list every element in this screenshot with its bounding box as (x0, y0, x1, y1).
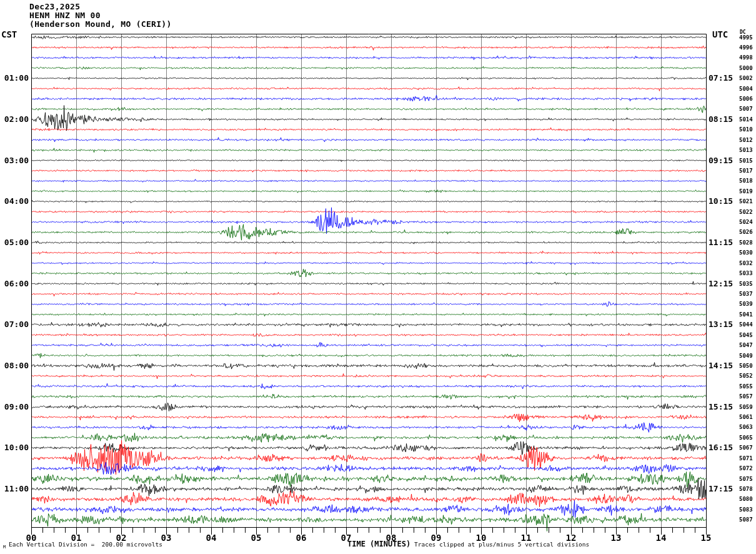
utc-hour-label: 16:15 (709, 443, 733, 451)
dc-value: 5057 (739, 394, 753, 400)
utc-hour-label: 12:15 (709, 280, 733, 288)
dc-value: 4995 (739, 35, 753, 41)
dc-value: 5080 (739, 496, 753, 502)
dc-value: 5018 (739, 178, 753, 184)
dc-value: 5059 (739, 405, 753, 410)
utc-hour-label: 14:15 (709, 361, 733, 370)
dc-value: 5021 (739, 199, 753, 204)
dc-value: 5075 (739, 476, 753, 482)
dc-value: 5035 (739, 281, 753, 287)
dc-value: 5015 (739, 158, 753, 164)
dc-value: 5006 (739, 96, 753, 102)
dc-value: 5044 (739, 322, 753, 328)
x-axis-tick-label: 04 (200, 533, 222, 542)
cst-hour-label: 09:00 (0, 403, 29, 411)
utc-hour-label: 15:15 (709, 403, 733, 411)
dc-value: 5019 (739, 189, 753, 194)
dc-value: 5037 (739, 291, 753, 297)
corner-mark: M (3, 545, 6, 550)
dc-value: 5028 (739, 240, 753, 246)
date-title: Dec23,2025 (29, 3, 80, 11)
utc-hour-label: 09:15 (709, 156, 733, 164)
dc-value: 5007 (739, 106, 753, 112)
dc-value: 5004 (739, 86, 753, 92)
dc-value: 5024 (739, 219, 753, 225)
left-axis-header: CST (1, 30, 17, 39)
dc-value: 5083 (739, 507, 753, 513)
cst-hour-label: 11:00 (0, 485, 29, 493)
utc-hour-label: 13:15 (709, 320, 733, 328)
utc-hour-label: 07:15 (709, 74, 733, 82)
station-name: (Henderson Mound, MO (CERI)) (29, 20, 172, 28)
dc-value: 5061 (739, 415, 753, 420)
cst-hour-label: 03:00 (0, 156, 29, 164)
dc-value: 5067 (739, 445, 753, 451)
cst-hour-label: 06:00 (0, 280, 29, 288)
x-axis-tick-label: 06 (290, 533, 312, 542)
dc-value: 5055 (739, 384, 753, 390)
cst-hour-label: 07:00 (0, 320, 29, 328)
dc-value: 5071 (739, 456, 753, 461)
dc-value: 5013 (739, 148, 753, 153)
utc-hour-label: 10:15 (709, 197, 733, 205)
dc-value: 5014 (739, 117, 753, 123)
utc-hour-label: 11:15 (709, 238, 733, 246)
x-axis-tick-label: 05 (245, 533, 267, 542)
dc-value: 4996 (739, 45, 753, 51)
dc-value: 4998 (739, 55, 753, 61)
dc-value: 5039 (739, 301, 753, 307)
helicorder-page: Dec23,2025 HENM HNZ NM 00 (Henderson Mou… (0, 0, 756, 554)
x-axis-tick-label: 15 (695, 533, 717, 542)
cst-hour-label: 04:00 (0, 197, 29, 205)
dc-value: 5072 (739, 466, 753, 471)
cst-hour-label: 10:00 (0, 443, 29, 451)
x-axis-title: TIME (MINUTES) (347, 540, 410, 548)
dc-value: 5065 (739, 435, 753, 441)
dc-value: 5045 (739, 333, 753, 338)
helicorder-plot (0, 0, 756, 554)
dc-value: 5063 (739, 425, 753, 430)
scale-note: Each Vertical Division = 200.00 microvol… (9, 541, 162, 548)
cst-hour-label: 01:00 (0, 74, 29, 82)
dc-value: 5041 (739, 312, 753, 318)
cst-hour-label: 08:00 (0, 361, 29, 370)
dc-value: 5047 (739, 343, 753, 348)
cst-hour-label: 02:00 (0, 115, 29, 123)
x-axis-tick-label: 13 (605, 533, 627, 542)
utc-hour-label: 08:15 (709, 115, 733, 123)
dc-value: 5000 (739, 66, 753, 71)
right-axis-header: UTC (712, 30, 728, 39)
dc-value: 5049 (739, 353, 753, 359)
x-axis-tick-label: 14 (650, 533, 672, 542)
dc-value: 5030 (739, 250, 753, 256)
dc-value: 5010 (739, 127, 753, 133)
dc-value: 5032 (739, 261, 753, 266)
dc-value: 5022 (739, 209, 753, 215)
clipping-note: Traces clipped at plus/minus 5 vertical … (414, 541, 589, 548)
utc-hour-label: 17:15 (709, 485, 733, 493)
cst-hour-label: 05:00 (0, 238, 29, 246)
dc-value: 5026 (739, 229, 753, 235)
dc-value: 5078 (739, 486, 753, 492)
dc-value: 5012 (739, 138, 753, 143)
dc-value: 5033 (739, 271, 753, 276)
dc-value: 5002 (739, 76, 753, 81)
dc-value: 5087 (739, 517, 753, 523)
dc-value: 5052 (739, 373, 753, 379)
dc-value: 5050 (739, 363, 753, 369)
station-code: HENM HNZ NM 00 (29, 11, 101, 19)
dc-value: 5017 (739, 168, 753, 174)
